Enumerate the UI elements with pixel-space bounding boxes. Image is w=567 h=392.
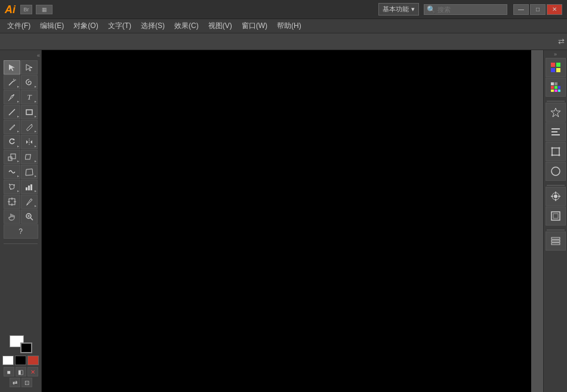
direct-selection-tool[interactable] — [21, 60, 38, 75]
svg-line-0 — [9, 81, 13, 85]
svg-marker-12 — [30, 140, 32, 144]
layout-button[interactable]: ▦ — [36, 5, 53, 14]
close-button[interactable]: ✕ — [547, 4, 562, 15]
panel-group-color — [545, 58, 566, 97]
main-area: « ▸ ▸ — [0, 50, 567, 392]
color-panel-button[interactable] — [546, 58, 566, 77]
svg-rect-50 — [552, 148, 559, 155]
panel-divider-1 — [545, 100, 566, 102]
svg-rect-62 — [551, 212, 560, 220]
menu-text[interactable]: 文字(T) — [103, 20, 136, 32]
eyedropper-tool[interactable]: ▸ — [21, 195, 38, 209]
panel-group-object — [545, 103, 566, 181]
svg-line-29 — [26, 205, 27, 205]
white-swatch[interactable] — [2, 356, 14, 365]
app-logo: Ai — [5, 4, 16, 15]
tool-row-shapes: ▸ ▸ — [1, 105, 40, 119]
scale-tool[interactable]: ▸ — [4, 150, 20, 164]
menu-file[interactable]: 文件(F) — [2, 20, 35, 32]
layers-panel-button[interactable] — [546, 232, 566, 251]
tool-row-scale: ▸ ▸ — [1, 150, 40, 164]
rectangle-tool[interactable]: ▸ — [21, 105, 38, 119]
tool-row-artboard: ▸ — [1, 195, 40, 209]
warp-tool[interactable]: ▸ — [4, 165, 20, 179]
lasso-tool[interactable]: ▸ — [21, 75, 38, 89]
brush-tool[interactable]: ▸ — [21, 120, 38, 134]
color-tools: ■ ◧ ✕ ⇄ ⊡ — [1, 333, 40, 390]
left-toolbar-collapse[interactable]: « — [37, 53, 40, 58]
tool-row-draw: ▸ ▸ — [1, 120, 40, 134]
appearance-panel-button[interactable] — [546, 162, 566, 181]
panel-group-layers — [545, 232, 566, 251]
gradient-mode-button[interactable]: ◧ — [16, 367, 26, 376]
column-graph-tool[interactable]: ▸ — [21, 180, 38, 194]
none-mode-button[interactable]: ✕ — [27, 367, 38, 376]
menu-object[interactable]: 对象(O) — [69, 20, 103, 32]
free-distort-tool[interactable]: ▸ — [21, 165, 38, 179]
menu-effects[interactable]: 效果(C) — [170, 20, 204, 32]
bridge-button[interactable]: Br — [20, 5, 32, 14]
svg-line-5 — [8, 100, 10, 101]
reflect-tool[interactable]: ▸ — [21, 135, 38, 149]
help-tool[interactable]: ? — [4, 224, 38, 239]
search-box[interactable]: 🔍 — [424, 4, 507, 15]
toolbar-divider — [4, 243, 38, 244]
svg-point-19 — [14, 184, 15, 186]
transform-panel-button[interactable] — [546, 142, 566, 161]
search-input[interactable] — [437, 6, 503, 13]
tool-row-help: ? — [1, 224, 40, 239]
panel-group-styles — [545, 187, 566, 226]
color-swatch-row — [2, 356, 39, 365]
graphic-styles-panel-button[interactable] — [546, 187, 566, 206]
pen-tool[interactable]: ▸ — [4, 90, 20, 104]
svg-rect-39 — [554, 82, 557, 85]
svg-point-4 — [13, 94, 14, 95]
symbols-panel-button[interactable] — [546, 103, 566, 122]
symbol-sprayer-tool[interactable]: ▸ — [4, 180, 20, 194]
workspace-selector[interactable]: 基本功能 ▾ — [378, 3, 419, 16]
red-swatch[interactable] — [27, 356, 39, 365]
fill-stroke-selector[interactable] — [10, 335, 32, 353]
window-controls: — □ ✕ — [513, 4, 562, 15]
black-swatch[interactable] — [15, 356, 26, 365]
swap-fill-stroke[interactable]: ⇄ — [10, 378, 20, 387]
color-mode-button[interactable]: ■ — [4, 367, 14, 376]
svg-rect-23 — [30, 184, 32, 190]
zoom-tool[interactable] — [21, 209, 38, 224]
svg-point-51 — [551, 147, 553, 149]
swatches-panel-button[interactable] — [546, 78, 566, 97]
svg-rect-65 — [551, 240, 560, 242]
panel-divider-2 — [545, 184, 566, 186]
menu-view[interactable]: 视图(V) — [204, 20, 237, 32]
tool-row-selection — [1, 60, 40, 75]
selection-tool[interactable] — [4, 60, 20, 75]
right-panel-collapse[interactable]: » — [545, 51, 566, 57]
menu-select[interactable]: 选择(S) — [136, 20, 170, 32]
magic-wand-tool[interactable]: ▸ — [4, 75, 20, 89]
svg-rect-42 — [554, 86, 557, 89]
artboard-tool[interactable] — [4, 195, 20, 209]
svg-rect-43 — [558, 86, 560, 89]
tool-row-pen: ▸ T ▸ — [1, 90, 40, 104]
maximize-button[interactable]: □ — [530, 4, 546, 15]
line-tool[interactable]: ▸ — [4, 105, 20, 119]
menu-help[interactable]: 帮助(H) — [272, 20, 306, 32]
default-colors[interactable]: ⊡ — [21, 378, 32, 387]
menu-window[interactable]: 窗口(W) — [237, 20, 272, 32]
hand-tool[interactable] — [4, 209, 20, 224]
minimize-button[interactable]: — — [513, 4, 529, 15]
rotate-tool[interactable]: ▸ — [4, 135, 20, 149]
stroke-box[interactable] — [20, 342, 32, 353]
right-panel: » — [543, 50, 567, 392]
canvas-area[interactable] — [42, 50, 543, 392]
arrange-panels-icon[interactable]: ⇄ — [558, 37, 565, 46]
svg-point-52 — [558, 147, 560, 149]
svg-rect-34 — [551, 63, 555, 67]
type-tool[interactable]: T ▸ — [21, 90, 38, 104]
pencil-tool[interactable]: ▸ — [4, 120, 20, 134]
artboards-panel-button[interactable] — [546, 206, 566, 226]
shear-tool[interactable]: ▸ — [21, 150, 38, 164]
menu-edit[interactable]: 编辑(E) — [35, 20, 69, 32]
align-panel-button[interactable] — [546, 122, 566, 141]
svg-rect-15 — [25, 155, 30, 159]
